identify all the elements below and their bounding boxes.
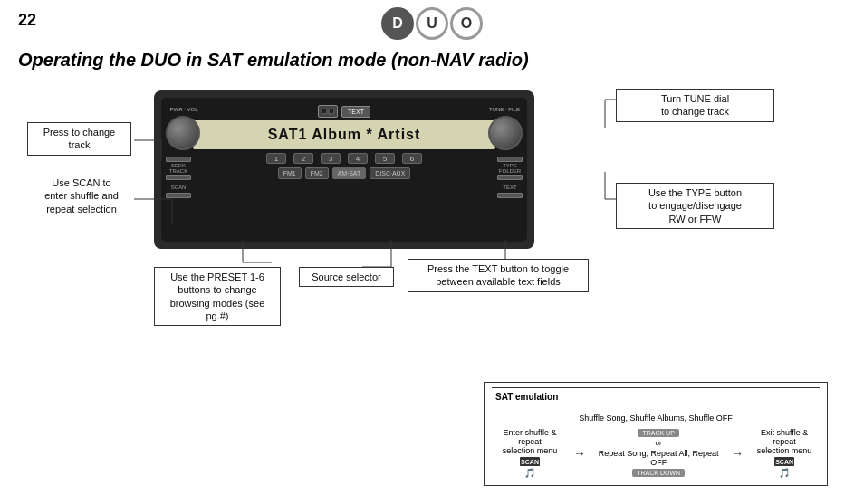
- seek-track-label: SEEKTRACK: [169, 163, 187, 174]
- sat-scan-icon-left: 🎵: [524, 468, 535, 478]
- sat-flow-row: Enter shuffle & repeatselection menu SCA…: [492, 428, 820, 478]
- annotation-press-text-button: Press the TEXT button to togglebetween a…: [408, 259, 589, 292]
- seek-track-down-bar[interactable]: [166, 175, 191, 180]
- logo-u: U: [416, 7, 448, 40]
- page: 22 D U O Operating the DUO in SAT emulat…: [0, 0, 864, 504]
- svg-point-2: [329, 109, 334, 114]
- type-folder-label: TYPEFOLDER: [499, 163, 521, 174]
- radio-unit: PWR · VOL TUNE · FILE TEXT: [154, 90, 534, 249]
- preset-buttons-row: 1 2 3 4 5 6: [193, 153, 495, 164]
- tape-icon: [318, 105, 338, 118]
- radio-top-buttons-row: TEXT: [211, 104, 477, 119]
- annotation-source-selector: Source selector: [299, 267, 394, 287]
- preset-6[interactable]: 6: [402, 153, 422, 164]
- preset-5[interactable]: 5: [375, 153, 395, 164]
- annotation-turn-tune-dial: Turn TUNE dialto change track: [616, 89, 774, 122]
- seek-track-up-bar[interactable]: [166, 157, 191, 162]
- main-content: PWR · VOL TUNE · FILE TEXT: [18, 81, 846, 495]
- preset-2[interactable]: 2: [293, 153, 313, 164]
- sat-enter-section: Enter shuffle & repeatselection menu SCA…: [492, 428, 568, 478]
- source-am-sat[interactable]: AM·SAT: [332, 167, 367, 179]
- sat-scan-right: SCAN: [774, 457, 794, 466]
- type-folder-controls: TYPEFOLDER TEXT: [497, 157, 523, 198]
- scan-bar[interactable]: [166, 193, 191, 198]
- sat-scan-icon-right: 🎵: [779, 468, 790, 478]
- sat-track-up: TRACK UP: [638, 429, 678, 437]
- page-number: 22: [18, 11, 36, 30]
- text-bar-right[interactable]: [497, 193, 523, 198]
- sat-exit-section: Exit shuffle & repeatselection menu SCAN…: [749, 428, 820, 478]
- sat-diagram-content: Shuffle Song, Shuffle Albums, Shuffle OF…: [492, 414, 820, 478]
- annotation-use-type-button: Use the TYPE buttonto engage/disengageRW…: [616, 183, 774, 229]
- svg-point-1: [322, 109, 327, 114]
- logo-d: D: [381, 7, 414, 40]
- pwr-vol-knob: [166, 116, 200, 150]
- tune-file-label: TUNE · FILE: [485, 107, 524, 112]
- source-row: FM1 FM2 AM·SAT DISC·AUX: [193, 167, 495, 179]
- text-label-right: TEXT: [503, 185, 516, 190]
- annotation-use-scan: Use SCAN toenter shuffle andrepeat selec…: [27, 176, 136, 215]
- sat-middle-section: TRACK UP or Repeat Song, Repeat All, Rep…: [591, 429, 725, 477]
- source-fm2[interactable]: FM2: [305, 167, 329, 179]
- source-fm1[interactable]: FM1: [278, 167, 302, 179]
- radio-display: SAT1 Album * Artist: [193, 120, 495, 149]
- arrow-right-1: →: [573, 446, 586, 461]
- annotation-use-preset: Use the PRESET 1-6buttons to changebrows…: [154, 267, 281, 326]
- radio-inner: PWR · VOL TUNE · FILE TEXT: [161, 98, 527, 242]
- seek-track-controls: SEEKTRACK SCAN: [166, 157, 191, 198]
- annotation-press-change-track: Press to changetrack: [27, 122, 131, 156]
- preset-4[interactable]: 4: [348, 153, 368, 164]
- source-disc-aux[interactable]: DISC·AUX: [370, 167, 410, 179]
- preset-1[interactable]: 1: [266, 153, 286, 164]
- arrow-right-2: →: [731, 446, 744, 461]
- logo-o: O: [450, 7, 483, 40]
- sat-track-down: TRACK DOWN: [632, 469, 685, 477]
- sat-repeat-label: Repeat Song, Repeat All, Repeat OFF: [591, 449, 725, 467]
- sat-diagram-title: SAT emulation: [492, 392, 562, 402]
- scan-label-left: SCAN: [171, 185, 187, 190]
- type-folder-up-bar[interactable]: [497, 157, 523, 162]
- sat-shuffle-label: Shuffle Song, Shuffle Albums, Shuffle OF…: [492, 414, 820, 423]
- pwr-vol-label: PWR · VOL: [164, 107, 204, 112]
- sat-or-text: or: [656, 439, 662, 447]
- page-title: Operating the DUO in SAT emulation mode …: [18, 50, 846, 71]
- text-button[interactable]: TEXT: [341, 106, 370, 118]
- preset-3[interactable]: 3: [321, 153, 341, 164]
- tune-file-knob: [488, 116, 523, 150]
- type-folder-down-bar[interactable]: [497, 175, 523, 180]
- sat-scan-left: SCAN: [520, 457, 540, 466]
- sat-emulation-diagram: SAT emulation Shuffle Song, Shuffle Albu…: [484, 382, 828, 486]
- sat-exit-label: Exit shuffle & repeatselection menu: [749, 428, 820, 455]
- sat-enter-label: Enter shuffle & repeatselection menu: [492, 428, 568, 455]
- logo-area: D U O: [381, 7, 483, 40]
